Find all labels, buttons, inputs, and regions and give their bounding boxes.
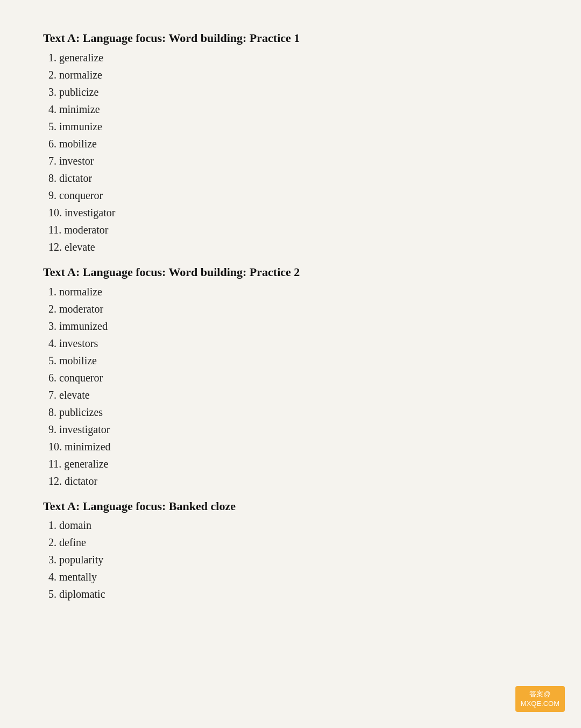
list-item: 4. mentally (43, 568, 538, 585)
list-item: 7. elevate (43, 386, 538, 404)
list-item: 11. moderator (43, 221, 538, 238)
section-title-banked-cloze: Text A: Language focus: Banked cloze (43, 498, 538, 515)
list-item: 2. normalize (43, 66, 538, 83)
list-item: 3. popularity (43, 551, 538, 568)
list-item: 8. dictator (43, 169, 538, 187)
list-item: 1. normalize (43, 283, 538, 300)
section-title-practice1: Text A: Language focus: Word building: P… (43, 30, 538, 47)
list-item: 1. generalize (43, 49, 538, 66)
list-item: 8. publicizes (43, 404, 538, 421)
list-item: 12. elevate (43, 238, 538, 256)
list-item: 12. dictator (43, 472, 538, 490)
section-title-practice2: Text A: Language focus: Word building: P… (43, 264, 538, 281)
list-item: 3. immunized (43, 317, 538, 335)
list-item: 5. immunize (43, 118, 538, 135)
list-item: 2. moderator (43, 300, 538, 317)
list-item: 3. publicize (43, 83, 538, 101)
watermark-line1: 答案@ (521, 689, 559, 699)
watermark-line2: MXQE.COM (521, 699, 559, 709)
list-item: 5. mobilize (43, 352, 538, 369)
list-item: 4. minimize (43, 101, 538, 118)
list-item: 4. investors (43, 335, 538, 352)
list-item: 5. diplomatic (43, 585, 538, 603)
list-item: 11. generalize (43, 455, 538, 472)
list-item: 7. investor (43, 152, 538, 169)
list-item: 2. define (43, 534, 538, 551)
list-item: 1. domain (43, 517, 538, 534)
list-item: 9. investigator (43, 421, 538, 438)
list-item: 10. investigator (43, 204, 538, 221)
list-item: 9. conqueror (43, 187, 538, 204)
list-item: 6. conqueror (43, 369, 538, 386)
page-content: Text A: Language focus: Word building: P… (43, 30, 538, 603)
list-item: 10. minimized (43, 438, 538, 455)
watermark: 答案@ MXQE.COM (515, 686, 565, 712)
list-item: 6. mobilize (43, 135, 538, 152)
